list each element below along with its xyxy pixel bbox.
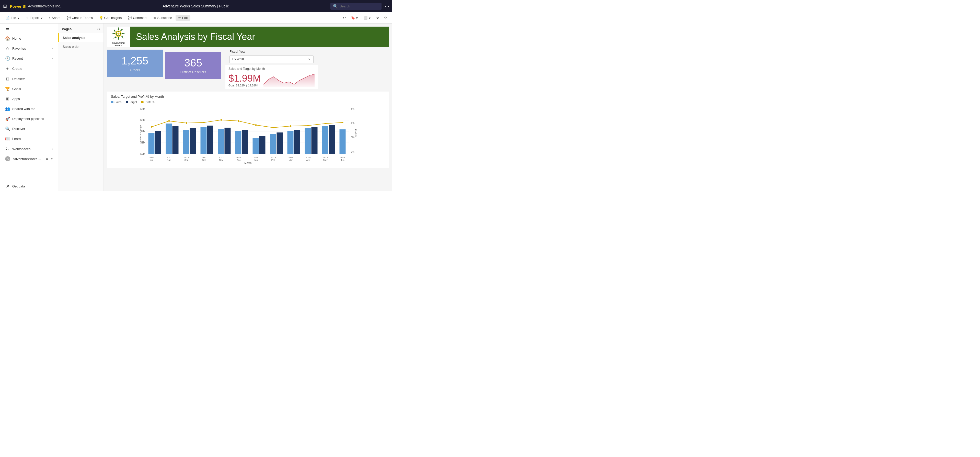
profit-dot-10 <box>307 125 309 126</box>
report-canvas: ADVENTUREWoRKS Sales Analysis by Fiscal … <box>104 24 392 191</box>
datasets-icon: ⊟ <box>5 77 10 81</box>
bar-target-5 <box>224 128 231 154</box>
export-icon: ↪ <box>26 16 29 20</box>
profit-legend-dot <box>141 101 143 103</box>
svg-text:2018: 2018 <box>253 156 258 159</box>
bar-target-4 <box>207 126 213 154</box>
undo-button[interactable]: ↩ <box>341 15 348 21</box>
profit-dot-7 <box>255 124 257 126</box>
star-button[interactable]: ☆ <box>382 15 389 21</box>
legend-sales: Sales <box>111 101 122 104</box>
insights-button[interactable]: 💡 Get insights <box>97 15 124 21</box>
profit-dot-11 <box>325 123 326 124</box>
sidebar-item-goals[interactable]: 🏆 Goals <box>0 84 58 94</box>
svg-text:Oct: Oct <box>202 159 206 161</box>
sidebar-hamburger[interactable]: ☰ <box>0 24 58 34</box>
share-icon: ↑ <box>49 16 51 20</box>
search-box[interactable]: 🔍 <box>331 3 382 10</box>
sidebar-item-workspaces[interactable]: 🗂 Workspaces › <box>0 144 58 154</box>
main-layout: ☰ 🏠 Home ☆ Favorites › 🕐 Recent › ＋ Crea… <box>0 24 392 191</box>
workspaces-icon: 🗂 <box>5 147 10 151</box>
file-button[interactable]: 📄 File ∨ <box>3 15 22 21</box>
bar-sales-4 <box>200 127 207 154</box>
file-chevron: ∨ <box>17 16 20 20</box>
main-chart-svg: $4M $3M $2M $1M $0M 5% 4% 3% 2% <box>111 105 385 164</box>
svg-marker-2 <box>118 37 119 40</box>
sales-goal: Goal: $2.32M (-14.28%) <box>229 84 261 87</box>
svg-text:Month: Month <box>245 161 252 164</box>
toolbar-more-button[interactable]: ⋯ <box>191 15 200 21</box>
report-title-header: Adventure Works Sales Summary | Public <box>64 4 327 8</box>
pages-collapse-button[interactable]: ‹› <box>97 27 100 31</box>
share-button[interactable]: ↑ Share <box>46 15 63 21</box>
aw-text: ADVENTUREWoRKS <box>111 42 126 47</box>
bar-target-10 <box>312 127 318 154</box>
fit-button[interactable]: ⬜ ∨ <box>361 15 373 21</box>
sidebar-item-recent[interactable]: 🕐 Recent › <box>0 53 58 64</box>
search-input[interactable] <box>340 4 375 8</box>
sidebar-item-home[interactable]: 🏠 Home <box>0 34 58 43</box>
bar-target-7 <box>259 136 266 154</box>
create-icon: ＋ <box>5 66 10 71</box>
svg-marker-1 <box>118 27 119 30</box>
fiscal-year-value: FY2018 <box>232 57 244 61</box>
sidebar-item-learn[interactable]: 📖 Learn <box>0 134 58 144</box>
chart-title: Sales, Target and Profit % by Month <box>111 94 385 99</box>
svg-text:May: May <box>323 159 328 161</box>
svg-point-10 <box>117 33 119 35</box>
home-icon: 🏠 <box>5 36 10 41</box>
subscribe-icon: ✉ <box>154 16 156 20</box>
report-banner-title: Sales Analysis by Fiscal Year <box>130 32 261 42</box>
recent-icon: 🕐 <box>5 56 10 61</box>
edit-button[interactable]: ✏ Edit <box>175 15 190 21</box>
profit-dot-4 <box>203 122 205 123</box>
sidebar-item-apps[interactable]: ⊞ Apps <box>0 94 58 104</box>
getdata-icon: ↗ <box>5 184 10 189</box>
export-button[interactable]: ↪ Export ∨ <box>23 15 46 21</box>
sidebar-item-adventureworks[interactable]: A AdventureWorks ... ⚙ ∨ <box>0 154 58 164</box>
sidebar-item-pipelines[interactable]: 🚀 Deployment pipelines <box>0 114 58 124</box>
svg-marker-8 <box>113 36 117 38</box>
bar-sales-7 <box>253 138 259 154</box>
sidebar-item-discover[interactable]: 🔍 Discover <box>0 124 58 134</box>
svg-text:Jul: Jul <box>150 159 153 161</box>
svg-marker-4 <box>122 33 125 34</box>
bar-sales-6 <box>235 131 242 154</box>
refresh-button[interactable]: ↻ <box>374 15 381 21</box>
fiscal-year-select[interactable]: FY2018 ∨ <box>229 56 313 63</box>
shared-icon: 👥 <box>5 106 10 111</box>
bar-sales-8 <box>270 134 276 154</box>
sidebar: ☰ 🏠 Home ☆ Favorites › 🕐 Recent › ＋ Crea… <box>0 24 58 191</box>
svg-marker-5 <box>113 29 116 32</box>
sidebar-item-favorites[interactable]: ☆ Favorites › <box>0 43 58 53</box>
profit-dot-1 <box>151 126 153 128</box>
page-item-sales-order[interactable]: Sales order <box>58 42 103 51</box>
svg-text:2017: 2017 <box>218 156 224 159</box>
svg-text:Dec: Dec <box>236 159 241 161</box>
svg-text:Sep: Sep <box>184 159 188 161</box>
bookmark-button[interactable]: 🔖 ∨ <box>349 15 361 21</box>
subscribe-button[interactable]: ✉ Subscribe <box>151 15 175 21</box>
sidebar-item-datasets[interactable]: ⊟ Datasets <box>0 74 58 84</box>
bar-target-2 <box>172 126 179 154</box>
toolbar-more-icon: ⋯ <box>194 16 197 20</box>
brand: Power BI AdventureWorks Inc. <box>10 4 61 8</box>
bar-target-9 <box>294 129 300 154</box>
sidebar-item-create[interactable]: ＋ Create <box>0 64 58 74</box>
profit-dot-12 <box>342 122 344 123</box>
waffle-icon[interactable]: ⊞ <box>3 3 7 9</box>
svg-text:4%: 4% <box>351 122 355 125</box>
sidebar-item-getdata[interactable]: ↗ Get data <box>0 181 58 191</box>
sales-target-label: Sales and Target by Month <box>229 67 315 70</box>
sidebar-item-shared[interactable]: 👥 Shared with me <box>0 104 58 114</box>
top-more-icon[interactable]: ⋯ <box>385 3 389 9</box>
teams-icon: 💬 <box>67 16 71 20</box>
workspaces-arrow: › <box>52 147 53 150</box>
comment-button[interactable]: 💬 Comment <box>125 15 150 21</box>
kpi-row: 1,255 Orders 365 Distinct Resellers Fisc… <box>107 50 389 89</box>
svg-text:2018: 2018 <box>340 156 345 159</box>
bar-target-8 <box>277 133 283 154</box>
page-item-sales-analysis[interactable]: Sales analysis <box>58 33 103 42</box>
adventureworks-arrow: ∨ <box>51 157 53 161</box>
chat-teams-button[interactable]: 💬 Chat in Teams <box>64 15 95 21</box>
